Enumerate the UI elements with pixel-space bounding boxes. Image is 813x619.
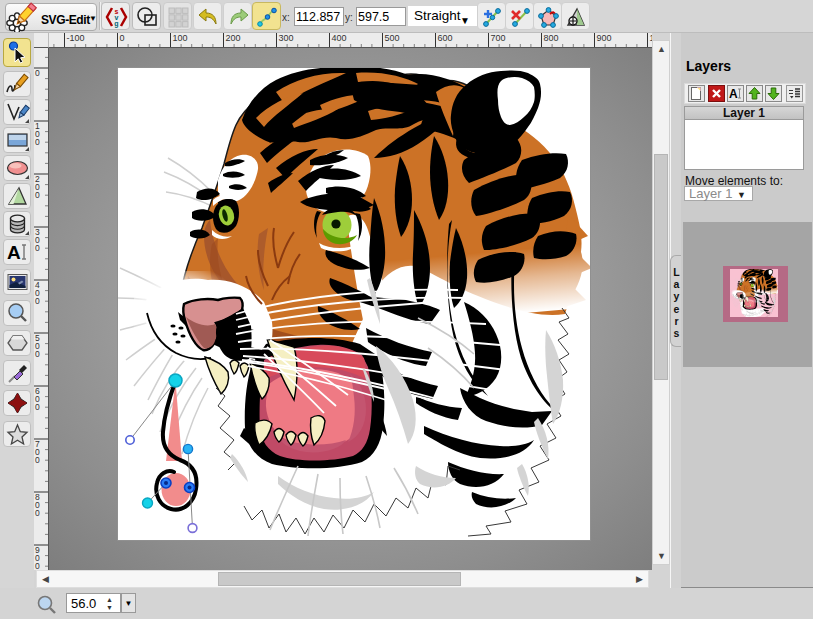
svg-text:0: 0 bbox=[35, 508, 40, 518]
svg-text:0: 0 bbox=[35, 68, 40, 78]
svg-text:0: 0 bbox=[35, 349, 40, 359]
svg-text:100: 100 bbox=[173, 33, 188, 43]
svg-text:-100: -100 bbox=[67, 33, 85, 43]
svg-text:0: 0 bbox=[35, 243, 40, 253]
svg-text:0: 0 bbox=[120, 33, 125, 43]
svg-text:900: 900 bbox=[597, 33, 612, 43]
svg-text:700: 700 bbox=[491, 33, 506, 43]
svg-text:500: 500 bbox=[385, 33, 400, 43]
svg-text:A: A bbox=[729, 87, 738, 101]
svg-text:0: 0 bbox=[35, 190, 40, 200]
svg-text:g: g bbox=[114, 20, 118, 28]
svg-text:A: A bbox=[7, 242, 21, 263]
svg-text:0: 0 bbox=[35, 455, 40, 465]
svg-text:0: 0 bbox=[35, 137, 40, 147]
svg-text:800: 800 bbox=[544, 33, 559, 43]
svg-text:300: 300 bbox=[279, 33, 294, 43]
svg-text:600: 600 bbox=[438, 33, 453, 43]
svg-text:0: 0 bbox=[35, 561, 40, 570]
svg-text:400: 400 bbox=[332, 33, 347, 43]
svg-text:0: 0 bbox=[35, 402, 40, 412]
svg-text:0: 0 bbox=[35, 296, 40, 306]
svg-text:200: 200 bbox=[226, 33, 241, 43]
